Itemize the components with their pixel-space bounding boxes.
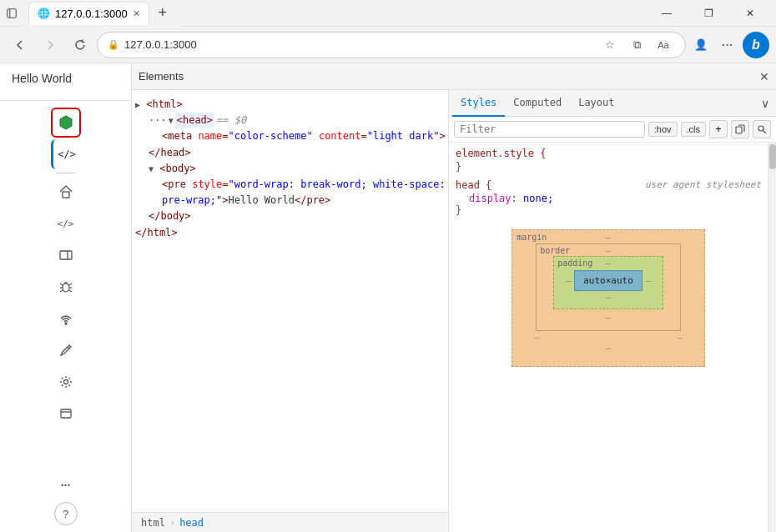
margin-right-val: – bbox=[678, 333, 683, 342]
styles-scrollbar[interactable] bbox=[768, 143, 776, 532]
box-model: margin – border – padding bbox=[456, 223, 761, 374]
cls-btn[interactable]: .cls bbox=[681, 122, 707, 137]
sources-icon-btn[interactable]: </> bbox=[51, 208, 81, 238]
styles-tabs: Styles Computed Layout ∨ bbox=[449, 90, 776, 117]
body-line: ▼ <body> bbox=[135, 161, 445, 177]
refresh-btn[interactable] bbox=[67, 32, 93, 58]
margin-box: margin – border – padding bbox=[511, 229, 705, 367]
tab-close-btn[interactable]: ✕ bbox=[133, 8, 140, 19]
devtools-panel: Elements ✕ ▶ <html> ··· ▼ <head> bbox=[132, 63, 776, 532]
svg-line-11 bbox=[60, 290, 63, 292]
url-text: 127.0.0.1:3000 bbox=[124, 38, 593, 51]
inspect-btn[interactable] bbox=[753, 120, 771, 138]
console-panel-btn[interactable]: </> bbox=[51, 139, 81, 169]
svg-rect-4 bbox=[60, 251, 72, 259]
border-box: border – padding – – bbox=[536, 243, 681, 331]
wifi-icon-btn[interactable] bbox=[51, 304, 81, 334]
svg-marker-2 bbox=[60, 116, 72, 129]
svg-rect-18 bbox=[736, 127, 742, 133]
rule-close-2: } bbox=[456, 204, 761, 216]
elements-panel-btn[interactable] bbox=[51, 108, 81, 138]
window-icon-btn[interactable] bbox=[51, 399, 81, 429]
tab-area: 🌐 127.0.0.1:3000 ✕ + bbox=[22, 0, 179, 27]
expand-body[interactable]: ▼ bbox=[149, 164, 154, 173]
sidebar-toggle-btn[interactable] bbox=[7, 8, 17, 18]
bing-icon: b bbox=[752, 38, 760, 53]
lock-icon: 🔒 bbox=[108, 39, 119, 50]
tab-layout[interactable]: Layout bbox=[570, 90, 622, 117]
more-tools-btn[interactable]: ··· bbox=[51, 470, 81, 500]
restore-btn[interactable]: ❐ bbox=[689, 0, 728, 27]
devtools-close-btn[interactable]: ✕ bbox=[759, 70, 769, 83]
new-tab-btn[interactable]: + bbox=[153, 3, 173, 23]
dollar-eq: == $0 bbox=[216, 113, 246, 128]
panel-expand-btn[interactable]: ∨ bbox=[758, 97, 773, 110]
margin-bottom-val: – bbox=[532, 344, 684, 353]
bug-icon-btn[interactable] bbox=[51, 272, 81, 302]
minimize-btn[interactable]: — bbox=[648, 0, 686, 27]
html-line: ▶ <html> bbox=[135, 97, 445, 113]
active-tab[interactable]: 🌐 127.0.0.1:3000 ✕ bbox=[28, 2, 149, 25]
breadcrumb-html[interactable]: html bbox=[139, 517, 168, 529]
back-btn[interactable] bbox=[7, 32, 33, 58]
padding-bottom-val: – bbox=[566, 293, 651, 302]
divider-1 bbox=[56, 173, 76, 173]
scrollbar-thumb bbox=[769, 144, 776, 169]
filter-bar: :hov .cls + bbox=[449, 117, 776, 143]
head-close-line: </head> bbox=[135, 145, 445, 161]
prop-display: display: none; bbox=[456, 193, 761, 204]
svg-rect-16 bbox=[61, 409, 71, 418]
rule-source: user agent stylesheet bbox=[645, 179, 761, 190]
breadcrumb-head[interactable]: head bbox=[177, 517, 206, 529]
close-btn[interactable]: ✕ bbox=[731, 0, 769, 27]
more-btn[interactable]: ··· bbox=[716, 33, 739, 57]
tab-computed[interactable]: Computed bbox=[505, 90, 570, 117]
head-line[interactable]: ··· ▼ <head> == $0 bbox=[135, 113, 445, 128]
pre-line: <pre style="word-wrap: break-word; white… bbox=[135, 177, 445, 193]
svg-point-13 bbox=[65, 323, 67, 324]
read-btn[interactable]: Aa bbox=[652, 33, 675, 57]
elements-content: ▶ <html> ··· ▼ <head> == $0 <meta name="… bbox=[132, 90, 448, 512]
border-bottom-val: – bbox=[550, 313, 667, 322]
svg-line-12 bbox=[69, 290, 72, 292]
forward-btn[interactable] bbox=[37, 32, 63, 58]
tab-styles[interactable]: Styles bbox=[452, 90, 505, 117]
responsive-icon-btn[interactable] bbox=[51, 240, 81, 270]
styles-rules: element.style { } head { user agent styl… bbox=[449, 143, 768, 532]
rule-head: head { user agent stylesheet display: no… bbox=[456, 179, 761, 216]
help-btn[interactable]: ? bbox=[54, 502, 78, 525]
right-addr-icons: 👤 ··· bbox=[689, 33, 739, 57]
console-icon: </> bbox=[58, 148, 76, 160]
padding-right-val: – bbox=[646, 276, 651, 285]
copy-style-btn[interactable] bbox=[731, 120, 749, 138]
bing-btn[interactable]: b bbox=[743, 32, 769, 58]
padding-top-val: – bbox=[606, 258, 611, 268]
filter-input[interactable] bbox=[454, 121, 645, 138]
expand-head[interactable]: ▼ bbox=[169, 114, 174, 128]
pen-icon-btn[interactable] bbox=[51, 335, 81, 365]
split-btn[interactable]: ⧉ bbox=[625, 33, 648, 57]
settings-icon-btn[interactable] bbox=[51, 367, 81, 397]
favorites-btn[interactable]: ☆ bbox=[598, 33, 622, 57]
svg-point-15 bbox=[63, 380, 68, 384]
devtools-body: ▶ <html> ··· ▼ <head> == $0 <meta name="… bbox=[132, 90, 776, 532]
home-icon-btn[interactable] bbox=[51, 177, 81, 207]
tab-label: 127.0.0.1:3000 bbox=[55, 8, 128, 20]
body-close-line: </body> bbox=[135, 208, 445, 224]
margin-left-val: – bbox=[534, 333, 539, 342]
hello-world-text: Hello World bbox=[0, 63, 131, 93]
add-style-btn[interactable]: + bbox=[709, 120, 728, 138]
hov-btn[interactable]: :hov bbox=[648, 122, 678, 137]
main-layout: Hello World </> </> bbox=[0, 63, 776, 532]
devtools-sidebar: </> </> bbox=[0, 100, 131, 532]
expand-html[interactable]: ▶ bbox=[135, 100, 140, 109]
profile-btn[interactable]: 👤 bbox=[689, 33, 713, 57]
padding-label: padding bbox=[557, 258, 592, 268]
meta-line: <meta name="color-scheme" content="light… bbox=[135, 128, 445, 144]
padding-box: padding – – auto×auto bbox=[553, 256, 663, 309]
svg-line-7 bbox=[60, 284, 63, 285]
svg-point-6 bbox=[63, 284, 69, 292]
padding-left-val: – bbox=[566, 276, 571, 285]
url-bar[interactable]: 🔒 127.0.0.1:3000 ☆ ⧉ Aa bbox=[97, 32, 686, 58]
rule-selector-1: element.style { bbox=[456, 148, 761, 159]
